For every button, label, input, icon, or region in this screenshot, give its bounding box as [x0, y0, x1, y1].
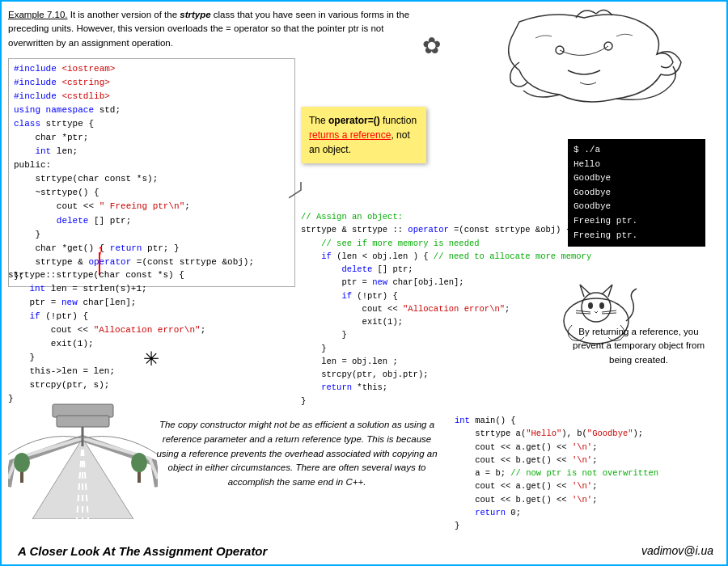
- top-description: Example 7.10. It is another version of t…: [8, 8, 421, 50]
- bottom-description: The copy constructor might not be as eff…: [155, 418, 438, 490]
- flower-decoration: ✿: [422, 32, 441, 59]
- terminal-prompt: $ ./a: [574, 143, 700, 158]
- footer-title: A Closer Look At The Assignment Operator: [18, 544, 267, 558]
- svg-point-4: [588, 302, 593, 309]
- svg-point-3: [582, 293, 611, 322]
- svg-point-5: [599, 302, 604, 309]
- svg-point-12: [131, 453, 147, 472]
- svg-rect-8: [57, 416, 109, 427]
- terminal-line-2: Goodbye: [574, 171, 700, 186]
- animal-decoration: [455, 6, 722, 111]
- footer-email: vadimov@i.ua: [641, 544, 713, 558]
- example-label: Example 7.10.: [8, 10, 68, 19]
- road-decoration: [8, 398, 158, 519]
- sunburst-decoration: ✳: [143, 348, 159, 370]
- ref-note-text: By returning a reference, you prevent a …: [573, 327, 705, 365]
- reference-note: By returning a reference, you prevent a …: [568, 325, 709, 367]
- code-constructor-block: strtype::strtype(char const *s) { int le…: [8, 268, 295, 406]
- code-main-block: int main() { strtype a("Hello"), b("Good…: [455, 414, 722, 532]
- svg-point-10: [14, 453, 30, 472]
- sticky-note: The operator=() function returns a refer…: [301, 107, 426, 163]
- footer: A Closer Look At The Assignment Operator…: [2, 544, 728, 558]
- terminal-line-1: Hello: [574, 158, 700, 172]
- terminal-line-3: Goodbye: [574, 186, 700, 201]
- code-left-block: #include <iostream> #include <cstring> #…: [8, 58, 295, 287]
